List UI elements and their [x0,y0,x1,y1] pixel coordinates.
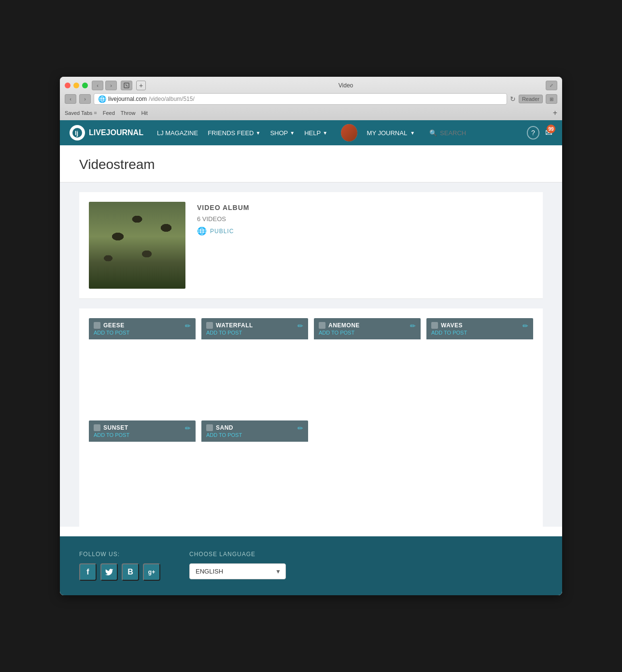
nav-lj-magazine[interactable]: LJ MAGAZINE [153,120,202,145]
my-journal-arrow: ▼ [410,130,415,136]
add-bookmark-button[interactable]: + [553,109,557,117]
video-title-area-geese: GEESE ADD TO POST [94,322,129,336]
notification-count: 99 [547,125,555,133]
nav-friends-feed[interactable]: FRIENDS FEED ▼ [204,120,264,145]
edit-icon-geese[interactable]: ✏ [185,322,191,330]
social-buttons: f B g+ [79,563,160,581]
minimize-button[interactable] [73,83,79,88]
video-title-area-sunset: SUNSET ADD TO POST [94,424,129,438]
help-arrow: ▼ [323,130,327,136]
googleplus-button[interactable]: g+ [143,563,160,581]
video-card-geese[interactable]: GEESE ADD TO POST ✏ [89,318,196,415]
avatar[interactable] [341,124,357,141]
video-card-anemone[interactable]: ANEMONE ADD TO POST ✏ [314,318,421,415]
share-button[interactable] [121,81,132,90]
footer-row: FOLLOW US: f B g+ CHOOSE LANGUAGE E [79,551,543,581]
video-icon-waterfall [206,322,213,329]
nav-shop[interactable]: SHOP ▼ [266,120,298,145]
add-to-post-geese[interactable]: ADD TO POST [94,330,129,336]
bookmark-feed[interactable]: Feed [103,110,115,116]
search-input[interactable] [424,127,521,139]
album-count: 6 VIDEOS [197,215,249,223]
back-button[interactable]: ‹ [92,81,103,90]
navbar: lj LIVEJOURNAL LJ MAGAZINE FRIENDS FEED … [60,120,562,145]
follow-us-label: FOLLOW US: [79,551,160,558]
edit-icon-anemone[interactable]: ✏ [410,322,416,330]
edit-icon-sand[interactable]: ✏ [297,424,303,432]
address-bar[interactable]: 🌐 livejournal.com /video/album/515/ [94,93,507,105]
facebook-button[interactable]: f [79,563,97,581]
forward-button-2[interactable]: › [79,94,91,104]
video-icon-sunset [94,424,100,431]
video-card-waves[interactable]: WAVES ADD TO POST ✏ [426,318,533,415]
video-title-area-waterfall: WATERFALL ADD TO POST [206,322,253,336]
nav-help[interactable]: HELP ▼ [300,120,331,145]
follow-us-section: FOLLOW US: f B g+ [79,551,160,581]
my-journal-link[interactable]: MY JOURNAL ▼ [363,120,419,145]
reader-button[interactable]: Reader [519,95,543,103]
language-select-wrapper: ENGLISH RUSSIAN FRENCH GERMAN SPANISH ▼ [189,563,286,579]
video-card-overlay-sunset: SUNSET ADD TO POST ✏ [89,420,196,442]
language-section: CHOOSE LANGUAGE ENGLISH RUSSIAN FRENCH G… [189,551,286,579]
add-to-post-sand[interactable]: ADD TO POST [206,432,242,438]
add-to-post-waterfall[interactable]: ADD TO POST [206,330,253,336]
page-header: Videostream [60,145,562,182]
shop-arrow: ▼ [290,130,295,136]
browser-window: ‹ › + Video ⤢ ‹ › 🌐 livejournal.com /vid… [60,77,562,595]
logo-text: LIVEJOURNAL [89,128,143,137]
video-card-sunset[interactable]: SUNSET ADD TO POST ✏ [89,420,196,517]
bookmark-throw[interactable]: Throw [121,110,136,116]
video-card-waterfall[interactable]: WATERFALL ADD TO POST ✏ [201,318,308,415]
close-button[interactable] [65,83,71,88]
extensions-button[interactable]: ⊞ [546,94,557,104]
page-content: lj LIVEJOURNAL LJ MAGAZINE FRIENDS FEED … [60,120,562,595]
browser-titlebar: ‹ › + Video ⤢ ‹ › 🌐 livejournal.com /vid… [60,77,562,120]
page-title: Videostream [79,157,543,172]
add-to-post-waves[interactable]: ADD TO POST [431,330,467,336]
edit-icon-waterfall[interactable]: ✏ [297,322,303,330]
album-label: VIDEO ALBUM [197,204,249,211]
new-tab-button[interactable]: + [136,81,146,90]
video-card-overlay-geese: GEESE ADD TO POST ✏ [89,318,196,339]
video-card-overlay-sand: SAND ADD TO POST ✏ [201,420,308,442]
main-content: Videostream VIDEO ALBUM 6 VIDEOS 🌐 PUBLI… [60,145,562,527]
visibility-text: PUBLIC [210,228,234,235]
svg-text:lj: lj [75,129,78,137]
refresh-button[interactable]: ↻ [510,95,516,103]
video-grid-section: GEESE ADD TO POST ✏ [79,308,543,527]
back-button-2[interactable]: ‹ [65,94,76,104]
video-card-sand[interactable]: SAND ADD TO POST ✏ [201,420,308,517]
lj-logo[interactable]: lj LIVEJOURNAL [70,125,143,140]
bookmark-hit[interactable]: Hit [141,110,147,116]
nav-links: LJ MAGAZINE FRIENDS FEED ▼ SHOP ▼ HELP ▼ [153,120,331,145]
empty-slot-1 [314,420,421,517]
video-card-overlay-waterfall: WATERFALL ADD TO POST ✏ [201,318,308,339]
globe-icon: 🌐 [197,226,207,236]
help-icon-button[interactable]: ? [527,126,539,140]
friends-feed-arrow: ▼ [256,130,261,136]
forward-button[interactable]: › [105,81,117,90]
nav-right: MY JOURNAL ▼ 🔍 ? ✉ 99 [341,120,552,145]
fullscreen-button[interactable]: ⤢ [546,81,557,90]
choose-language-label: CHOOSE LANGUAGE [189,551,286,558]
add-to-post-anemone[interactable]: ADD TO POST [319,330,360,336]
twitter-button[interactable] [100,563,118,581]
album-thumbnail-image [89,202,185,289]
edit-icon-sunset[interactable]: ✏ [185,424,191,432]
browser-title: Video [150,82,542,89]
add-to-post-sunset[interactable]: ADD TO POST [94,432,129,438]
address-path: /video/album/515/ [149,96,195,102]
footer: FOLLOW US: f B g+ CHOOSE LANGUAGE E [60,536,562,595]
maximize-button[interactable] [82,83,88,88]
language-select[interactable]: ENGLISH RUSSIAN FRENCH GERMAN SPANISH [189,563,286,579]
notifications-button[interactable]: ✉ 99 [545,127,552,138]
bookmark-saved-tabs[interactable]: Saved Tabs = [65,110,97,116]
album-thumbnail[interactable] [89,202,185,289]
video-title-area-waves: WAVES ADD TO POST [431,322,467,336]
blogger-button[interactable]: B [122,563,139,581]
video-icon-geese [94,322,100,329]
album-info: VIDEO ALBUM 6 VIDEOS 🌐 PUBLIC [197,202,249,289]
search-wrapper: 🔍 [424,127,521,139]
edit-icon-waves[interactable]: ✏ [523,322,528,330]
video-card-overlay-waves: WAVES ADD TO POST ✏ [426,318,533,339]
